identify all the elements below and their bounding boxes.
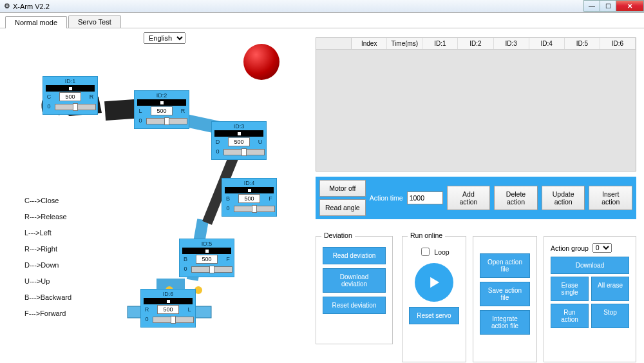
- tab-servo-test[interactable]: Servo Test: [68, 15, 121, 28]
- minimize-button[interactable]: —: [583, 0, 600, 12]
- action-group-label: Action group: [551, 244, 589, 252]
- action-time-label: Action time: [370, 194, 403, 202]
- action-table[interactable]: Index Time(ms) ID:1 ID:2 ID:3 ID:4 ID:5 …: [316, 37, 636, 172]
- run-action-button[interactable]: Run action: [551, 304, 589, 328]
- action-time-input[interactable]: [407, 191, 443, 204]
- col-id2[interactable]: ID:2: [458, 38, 493, 49]
- col-index[interactable]: Index: [352, 38, 387, 49]
- update-action-button[interactable]: Update action: [542, 186, 585, 210]
- servo-5-slider[interactable]: [191, 266, 232, 273]
- read-deviation-button[interactable]: Read deviation: [323, 247, 386, 264]
- motor-off-button[interactable]: Motor off: [319, 180, 366, 197]
- window-titlebar: ⚙ X-Arm V2.2 — ☐ ✕: [0, 0, 644, 13]
- erase-single-button[interactable]: Erase single: [551, 277, 589, 301]
- play-icon: [425, 273, 443, 291]
- col-time[interactable]: Time(ms): [387, 38, 422, 49]
- read-angle-button[interactable]: Read angle: [319, 199, 366, 216]
- servo-6-value[interactable]: [157, 305, 179, 314]
- close-button[interactable]: ✕: [616, 0, 644, 12]
- servo-id-label: ID:1: [46, 78, 95, 84]
- direction-legend: C--->Close R--->Release L--->Left R--->R…: [24, 193, 71, 322]
- integrate-action-file-button[interactable]: Integrate action file: [480, 310, 530, 335]
- download-action-group-button[interactable]: Download: [551, 257, 629, 274]
- servo-control-6[interactable]: ID:6 RL 0: [140, 289, 196, 328]
- servo-6-slider[interactable]: [153, 317, 194, 323]
- col-id3[interactable]: ID:3: [494, 38, 529, 49]
- app-icon: ⚙: [4, 2, 10, 10]
- servo-1-slider[interactable]: [55, 104, 96, 110]
- servo-control-5[interactable]: ID:5 BF 0: [179, 239, 234, 277]
- servo-id-label: ID:4: [225, 180, 274, 186]
- servo-id-label: ID:6: [144, 291, 193, 297]
- servo-1-value[interactable]: [59, 92, 81, 101]
- file-actions-group: Open action file Save action file Integr…: [473, 236, 537, 362]
- action-group-panel: Action group 0 Download Erase single All…: [544, 236, 636, 362]
- servo-id-label: ID:2: [137, 92, 186, 99]
- servo-5-value[interactable]: [196, 255, 218, 264]
- reset-servo-button[interactable]: Reset servo: [409, 307, 459, 324]
- servo-3-value[interactable]: [228, 137, 250, 146]
- col-id5[interactable]: ID:5: [565, 38, 600, 49]
- servo-3-slider[interactable]: [223, 149, 265, 155]
- all-erase-button[interactable]: All erase: [591, 277, 629, 301]
- download-deviation-button[interactable]: Download deviation: [323, 268, 386, 293]
- deviation-title: Deviation: [321, 231, 355, 239]
- table-header-row: Index Time(ms) ID:1 ID:2 ID:3 ID:4 ID:5 …: [316, 38, 636, 50]
- tab-normal-mode[interactable]: Normal mode: [5, 16, 67, 28]
- action-toolbar: Motor off Read angle Action time Add act…: [316, 177, 636, 219]
- action-group-select[interactable]: 0: [592, 243, 612, 253]
- deviation-group: Deviation Read deviation Download deviat…: [316, 236, 393, 344]
- window-title: X-Arm V2.2: [13, 3, 50, 10]
- col-id1[interactable]: ID:1: [422, 38, 458, 49]
- run-online-title: Run online: [408, 231, 445, 239]
- col-id6[interactable]: ID:6: [600, 38, 636, 49]
- servo-2-slider[interactable]: [146, 118, 187, 124]
- loop-checkbox-label[interactable]: Loop: [409, 246, 459, 258]
- servo-control-2[interactable]: ID:2 LR 0: [134, 90, 189, 129]
- save-action-file-button[interactable]: Save action file: [480, 282, 530, 306]
- open-action-file-button[interactable]: Open action file: [480, 253, 530, 278]
- tab-bar: Normal mode Servo Test: [0, 13, 644, 28]
- loop-checkbox[interactable]: [421, 248, 430, 256]
- delete-action-button[interactable]: Delete action: [494, 186, 538, 210]
- maximize-button[interactable]: ☐: [600, 0, 616, 12]
- servo-id-label: ID:5: [182, 240, 231, 247]
- servo-id-label: ID:3: [214, 123, 263, 130]
- col-id4[interactable]: ID:4: [529, 38, 565, 49]
- reset-deviation-button[interactable]: Reset deviation: [323, 297, 386, 314]
- servo-control-4[interactable]: ID:4 BF 0: [222, 178, 277, 217]
- play-button[interactable]: [415, 263, 453, 302]
- servo-2-value[interactable]: [151, 106, 173, 115]
- language-select[interactable]: English: [144, 32, 185, 44]
- run-online-group: Run online Loop Reset servo: [402, 236, 466, 362]
- servo-control-3[interactable]: ID:3 DU 0: [211, 121, 267, 160]
- stop-button[interactable]: Stop: [591, 304, 629, 328]
- insert-action-button[interactable]: Insert action: [589, 186, 632, 210]
- servo-control-1[interactable]: ID:1 CR 0: [43, 76, 98, 115]
- add-action-button[interactable]: Add action: [447, 186, 491, 210]
- servo-4-value[interactable]: [238, 194, 260, 203]
- servo-4-slider[interactable]: [234, 206, 275, 212]
